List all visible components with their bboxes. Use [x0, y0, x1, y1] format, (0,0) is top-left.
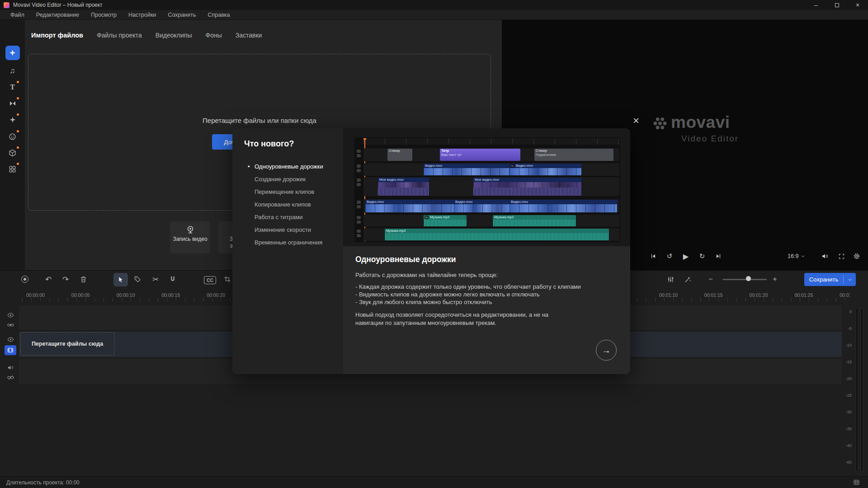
skip-end-button[interactable] — [713, 251, 723, 261]
mini-clip-myvideo: Мое видео.mov — [473, 178, 581, 196]
redo-button[interactable]: ↷ — [60, 274, 71, 285]
rail-stickers-button[interactable] — [0, 129, 25, 144]
zoom-in-button[interactable]: + — [769, 274, 780, 285]
whats-new-item-1[interactable]: Создание дорожек — [232, 173, 343, 185]
mini-track-icon — [357, 234, 361, 237]
clip-waveform — [378, 188, 429, 196]
tab-3[interactable]: Фоны — [206, 32, 222, 43]
whats-new-item-label: Работа с титрами — [255, 214, 302, 221]
menu-item-3[interactable]: Настройки — [123, 10, 162, 20]
save-button[interactable]: Сохранить — [804, 273, 856, 286]
menu-item-5[interactable]: Справка — [202, 10, 236, 20]
rail-effects-button[interactable] — [0, 112, 25, 127]
track1-visibility-toggle[interactable] — [6, 311, 14, 319]
track2-visibility-toggle[interactable] — [6, 335, 14, 343]
tab-2[interactable]: Видеоклипы — [156, 32, 192, 43]
ruler-label: 00:00:00 — [26, 292, 45, 298]
rail-more-button[interactable] — [0, 161, 25, 177]
marker-tool-button[interactable] — [132, 274, 143, 285]
maximize-button[interactable] — [826, 0, 847, 10]
timeline-dropzone[interactable]: Перетащите файлы сюда — [20, 332, 114, 356]
tabs: Импорт файловФайлы проектаВидеоклипыФоны… — [25, 20, 477, 43]
snap-tool-button[interactable] — [167, 274, 178, 285]
plus-icon: + — [10, 48, 15, 58]
mini-clip-title: Титр Ваш текст тут — [440, 149, 520, 161]
clip-waveform — [473, 188, 581, 196]
rail-transitions-button[interactable] — [0, 96, 25, 111]
crop-tool-button[interactable] — [222, 274, 233, 285]
clip-waveform — [493, 220, 576, 226]
menu-item-4[interactable]: Сохранить — [162, 10, 202, 20]
rail-import-button[interactable]: + — [0, 45, 25, 61]
whats-new-item-2[interactable]: Перемещение клипов — [232, 185, 343, 198]
audio-meter-left — [855, 308, 859, 472]
tab-1[interactable]: Файлы проекта — [97, 32, 142, 43]
whats-new-item-6[interactable]: Временные ограничения — [232, 236, 343, 249]
whats-new-item-5[interactable]: Изменение скорости — [232, 223, 343, 236]
ruler-label: 00:00:05 — [71, 292, 90, 298]
undo-icon: ↶ — [45, 275, 52, 284]
bullet-icon: • — [248, 163, 255, 170]
tag-icon — [134, 276, 141, 283]
zoom-out-button[interactable]: − — [705, 274, 716, 285]
subtitles-tool-button[interactable]: CC — [204, 276, 216, 284]
volume-button[interactable] — [820, 251, 830, 261]
rail-audio-button[interactable]: ♫ — [0, 63, 25, 79]
next-button[interactable]: → — [596, 340, 617, 361]
tab-4[interactable]: Заставки — [236, 32, 262, 43]
cursor-icon — [117, 276, 124, 283]
whats-new-item-0[interactable]: •Одноуровневые дорожки — [232, 160, 343, 173]
mini-clip-music: Музыка.mp3 — [385, 229, 609, 240]
settings-button[interactable] — [852, 251, 862, 261]
track3-link-toggle[interactable] — [6, 373, 14, 381]
tab-0[interactable]: Импорт файлов — [31, 32, 83, 43]
mini-clip-myvideo: Мое видео.mov — [378, 178, 429, 196]
fullscreen-button[interactable] — [836, 251, 846, 261]
mini-track-icon — [357, 150, 361, 153]
sticker-smiley-icon — [9, 133, 16, 141]
clip-waveform — [424, 220, 467, 226]
close-window-button[interactable]: × — [847, 0, 868, 10]
record-button[interactable] — [19, 274, 30, 285]
new-badge-dot — [17, 81, 19, 83]
play-button[interactable]: ▶ — [681, 251, 691, 261]
table-icon — [853, 479, 860, 486]
audio-mixer-button[interactable] — [665, 274, 676, 285]
skip-start-button[interactable] — [648, 251, 658, 261]
timeline-view-button[interactable] — [853, 479, 860, 486]
speaker-icon — [7, 364, 14, 371]
record-video-button[interactable]: Запись видео — [170, 221, 210, 253]
frame-back-button[interactable]: ↺ — [665, 251, 675, 261]
app-icon — [4, 2, 9, 8]
save-label: Сохранить — [804, 273, 843, 286]
select-tool-button[interactable] — [113, 273, 128, 286]
mini-track-icon — [357, 169, 361, 172]
rail-titles-button[interactable]: T — [0, 80, 25, 95]
save-options-button[interactable] — [844, 273, 856, 286]
zoom-slider[interactable] — [722, 279, 767, 280]
mini-track-icon — [357, 201, 361, 204]
whats-new-item-4[interactable]: Работа с титрами — [232, 211, 343, 223]
track2-type-badge[interactable] — [5, 345, 16, 355]
menu-item-2[interactable]: Просмотр — [85, 10, 123, 20]
dialog-close-button[interactable]: × — [627, 112, 645, 129]
delete-button[interactable] — [78, 274, 89, 285]
rail-packs-button[interactable] — [0, 145, 25, 160]
menu-item-0[interactable]: Файл — [5, 10, 30, 20]
menu-item-1[interactable]: Редактирование — [30, 10, 85, 20]
whats-new-content: Стикер Титр Ваш текст тут Стикер Подзаго… — [343, 128, 630, 374]
clip-thumbnails — [424, 168, 509, 175]
split-tool-button[interactable]: ✂ — [150, 274, 161, 285]
undo-button[interactable]: ↶ — [43, 274, 54, 285]
mini-clip-video: Видео.mov — [454, 200, 509, 212]
track3-mute-toggle[interactable] — [6, 363, 14, 371]
magic-enhance-button[interactable] — [682, 274, 693, 285]
mini-track-video-3: Видео.mov Видео.mov Видео.mov — [363, 199, 619, 213]
whats-new-item-3[interactable]: Копирование клипов — [232, 198, 343, 211]
frame-forward-button[interactable]: ↻ — [697, 251, 707, 261]
aspect-ratio-select[interactable]: 16:9 — [788, 252, 805, 260]
minimize-button[interactable]: – — [806, 0, 826, 10]
zoom-slider-handle[interactable] — [746, 276, 751, 281]
track1-link-toggle[interactable] — [6, 321, 14, 329]
feature-intro: Работать с дорожками на таймлайне теперь… — [355, 272, 498, 278]
